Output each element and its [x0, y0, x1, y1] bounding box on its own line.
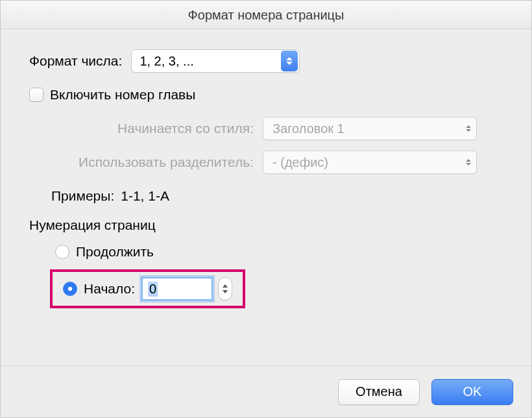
use-separator-select[interactable]: - (дефис)	[263, 151, 477, 174]
dialog-title: Формат номера страницы	[1, 1, 531, 29]
dropdown-stepper-icon	[281, 51, 298, 71]
number-format-label: Формат числа:	[29, 53, 122, 69]
chevrons-icon	[466, 125, 471, 132]
dialog-page-number-format: Формат номера страницы Формат числа: 1, …	[0, 0, 532, 418]
start-value-text: 0	[148, 282, 158, 297]
radio-continue-label: Продолжить	[76, 244, 154, 260]
use-separator-value: - (дефис)	[272, 155, 328, 170]
stepper-up-icon	[223, 284, 228, 288]
number-format-value: 1, 2, 3, ...	[139, 54, 276, 69]
number-format-select[interactable]: 1, 2, 3, ...	[131, 49, 300, 73]
pagination-section-label: Нумерация страниц	[29, 217, 503, 233]
stepper-down-icon	[223, 290, 228, 293]
start-row-highlight: Начало: 0	[50, 269, 245, 308]
dialog-footer: Отмена OK	[1, 365, 531, 417]
chevrons-icon	[466, 159, 471, 166]
include-chapter-label: Включить номер главы	[50, 87, 195, 103]
radio-start-label: Начало:	[84, 281, 135, 297]
starts-with-style-label: Начинается со стиля:	[29, 121, 263, 136]
use-separator-label: Использовать разделитель:	[29, 154, 263, 170]
starts-with-style-select[interactable]: Заголовок 1	[263, 117, 477, 140]
starts-with-style-value: Заголовок 1	[272, 121, 345, 136]
include-chapter-checkbox[interactable]	[29, 88, 43, 102]
radio-start[interactable]	[63, 282, 77, 296]
start-value-stepper[interactable]	[218, 277, 232, 301]
cancel-button[interactable]: Отмена	[338, 379, 420, 405]
ok-button[interactable]: OK	[431, 379, 513, 405]
examples-label: Примеры:	[51, 188, 114, 204]
start-value-input[interactable]: 0	[141, 277, 213, 301]
radio-continue[interactable]	[55, 245, 69, 259]
dialog-content: Формат числа: 1, 2, 3, ... Включить номе…	[1, 29, 531, 365]
examples-value: 1-1, 1-A	[121, 188, 169, 204]
